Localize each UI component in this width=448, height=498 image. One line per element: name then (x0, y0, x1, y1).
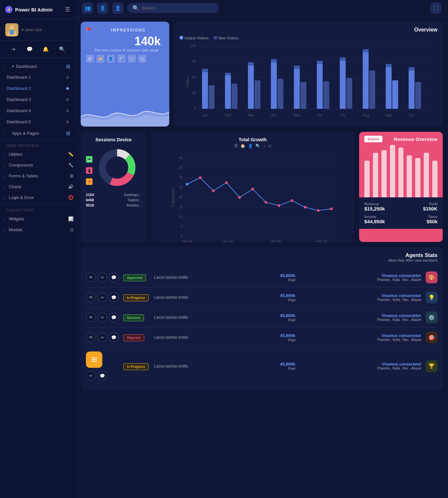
svg-rect-26 (317, 61, 323, 64)
sidebar-item-login[interactable]: Login & Error ⭕ (7, 192, 75, 203)
revenue-title: Revenue Overview (394, 136, 438, 142)
action-btn-eye2[interactable]: 👁 (86, 292, 96, 302)
status-badge-approved: Approved (123, 274, 146, 281)
grid-icon: ⊞ (66, 63, 70, 70)
imp-icon3[interactable]: 👤 (107, 55, 115, 63)
collapse-arrow2[interactable]: ‹ (0, 128, 7, 138)
sidebar-item-forms[interactable]: Forms & Tables ⊞ (7, 171, 75, 181)
action-btn-edit4[interactable]: ✏ (97, 332, 107, 342)
sidebar-item-dashboard3[interactable]: Dashboard 3 (0, 94, 75, 105)
collapse-arrow4[interactable]: ‹ (0, 160, 7, 170)
action-btn-msg[interactable]: 💬 (109, 272, 119, 282)
growth-icon3[interactable]: 👤 (248, 144, 253, 148)
agent-left-actions2: 👁 ✏ 💬 (86, 292, 119, 302)
collapse-arrow8[interactable]: ‹ (0, 214, 7, 224)
sidebar-item-utilities[interactable]: Utilities ✏️ (7, 149, 75, 159)
growth-icon5[interactable]: ○ (263, 144, 265, 148)
svg-rect-41 (346, 78, 352, 109)
imp-icon2[interactable]: 🏠 (96, 55, 104, 63)
growth-icon2[interactable]: 🏠 (240, 144, 245, 148)
svg-rect-39 (300, 82, 306, 109)
collapse-arrow[interactable]: ‹ (0, 61, 7, 71)
collapse-arrow3[interactable]: ‹ (0, 149, 7, 160)
nav-dot (66, 76, 69, 79)
action-btn-msg2[interactable]: 💬 (109, 292, 119, 302)
search-icon[interactable]: 🔍 (57, 44, 67, 54)
nav-dashboard-parent[interactable]: ▾ Dashboard ⊞ (7, 61, 75, 71)
topbar-icon1[interactable]: 👥 (82, 3, 93, 14)
logout-icon[interactable]: ⇥ (8, 44, 19, 54)
action-btn-msg3[interactable]: 💬 (109, 312, 119, 322)
imp-icon4[interactable]: 🔍 (117, 55, 125, 63)
avatar-icon2: 💡 (426, 291, 438, 303)
imp-icon6[interactable]: ◇ (138, 55, 146, 63)
growth-icon1[interactable]: ☰ (234, 144, 238, 148)
nav-apps-parent[interactable]: Apps & Pages ⊞ (7, 128, 75, 138)
revenue-header: Export Revenue Overview (359, 132, 443, 145)
sidebar-item-widgets[interactable]: Widgets 📊 (7, 214, 75, 224)
nav-dot (66, 121, 69, 123)
sidebar-item-components[interactable]: Components 🔧 (7, 160, 75, 170)
sidebar-item-charts[interactable]: Charts 🔊 (7, 182, 75, 192)
agent-description3: Lacus lacinia mollis (154, 315, 275, 320)
impressions-value: 140k (86, 34, 164, 48)
revenue-stat-income: Income $44,850k (364, 215, 399, 224)
svg-rect-22 (271, 59, 277, 62)
growth-chart: 40 35 30 25 20 15 10 5 0 Engagement (157, 151, 349, 237)
fullscreen-button[interactable]: ⛶ (430, 3, 441, 14)
bell-icon[interactable]: 🔔 (41, 44, 51, 54)
avatar-icon3: ⚙️ (426, 311, 438, 323)
svg-text:30: 30 (179, 176, 183, 179)
growth-icon6[interactable]: ◇ (268, 144, 271, 148)
svg-rect-43 (392, 80, 398, 109)
svg-text:May: May (294, 113, 300, 117)
action-btn-edit5[interactable]: ✏ (86, 371, 96, 381)
sidebar-item-dashboard4[interactable]: Dashboard 4 (0, 105, 75, 116)
svg-text:90: 90 (192, 59, 196, 63)
svg-text:Aug: Aug (362, 113, 369, 117)
overview-chart: 120 90 60 30 0 Visitors (180, 43, 438, 121)
user-caret: ▾ (22, 28, 24, 32)
sidebar-item-dashboard2[interactable]: Dashboard 2 (0, 83, 75, 94)
growth-icon4[interactable]: 🔍 (255, 144, 260, 148)
imp-icon1[interactable]: ☰ (86, 55, 94, 63)
svg-rect-21 (271, 62, 277, 109)
username: Johen Doe (25, 28, 42, 32)
action-btn-edit2[interactable]: ✏ (97, 292, 107, 302)
action-btn-edit[interactable]: ✏ (97, 272, 107, 282)
action-btn-eye3[interactable]: 👁 (86, 312, 96, 322)
agent-description2: Lacus lacinia mollis (154, 295, 275, 300)
sidebar-item-modals[interactable]: Modals ⊡ (7, 225, 75, 235)
action-btn-eye4[interactable]: 👁 (86, 332, 96, 342)
device-stats: 2154 Dasktops : 6458 Tablets : 9518 Mobi… (86, 193, 141, 207)
menu-icon[interactable]: ☰ (65, 6, 70, 13)
collapse-arrow5[interactable]: ‹ (0, 171, 7, 181)
sidebar-item-dashboard1[interactable]: Dashboard 1 (0, 72, 75, 83)
export-button[interactable]: Export (364, 136, 382, 142)
topbar-icon2[interactable]: 👤 (97, 3, 108, 14)
action-btn-edit3[interactable]: ✏ (97, 312, 107, 322)
action-btn-msg4[interactable]: 💬 (109, 332, 119, 342)
collapse-arrow6[interactable]: ‹ (0, 182, 7, 192)
search-input[interactable] (142, 6, 214, 10)
action-btn-eye[interactable]: 👁 (86, 272, 96, 282)
table-row: 👁 ✏ 💬 Success Lacus lacinia mollis 45,80… (86, 308, 438, 328)
search-box[interactable]: 🔍 (127, 3, 219, 13)
agent-info3: Vivamus consectetur Pharetra , Nulla , N… (300, 313, 421, 322)
revenue-stats: Revenue $15,250k Profit $150K Income $44… (359, 197, 443, 229)
action-btn-msg5[interactable]: 💬 (97, 371, 107, 381)
chat-icon[interactable]: 💬 (24, 44, 35, 54)
user-caret-label: ▾ Johen Doe (22, 28, 42, 32)
yellow-fab-button[interactable]: ⊞ (86, 351, 102, 368)
sidebar-logo: ⚡ Power BI Admin (5, 6, 52, 13)
sidebar-item-dashboard5[interactable]: Dashboard 5 (0, 116, 75, 127)
agent-amount5: 45,800k Paid (280, 362, 295, 370)
svg-text:60: 60 (192, 75, 196, 79)
overview-title: Overview (180, 27, 438, 33)
imp-icon5[interactable]: ○ (128, 55, 136, 63)
collapse-arrow7[interactable]: ‹ (0, 192, 7, 203)
agents-card: Agents Stats More than 400+ new members … (81, 247, 443, 390)
collapse-arrow9[interactable]: ‹ (0, 225, 7, 235)
topbar-icon3[interactable]: 👤 (112, 3, 123, 14)
nav-utilities-collapse: ‹ Utilities ✏️ (0, 149, 75, 160)
